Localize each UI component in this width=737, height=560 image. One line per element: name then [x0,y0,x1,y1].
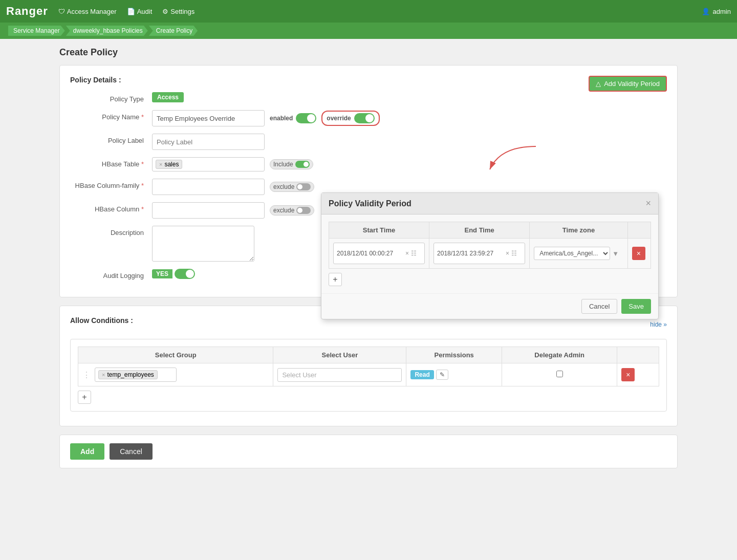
hbase-column-family-input[interactable] [152,179,265,195]
clear-start-icon[interactable]: × [405,250,409,257]
select-user-input[interactable]: Select User [277,368,402,382]
tag-remove-sales[interactable]: × [159,161,162,167]
validity-table: Start Time End Time Time zone [329,222,651,269]
timezone-field: America/Los_Angel... UTC America/New_Yor… [534,247,623,260]
timezone-select[interactable]: America/Los_Angel... UTC America/New_Yor… [534,247,610,260]
clear-end-icon[interactable]: × [506,250,509,257]
hide-link[interactable]: hide » [650,321,667,328]
navbar: Ranger 🛡 Access Manager 📄 Audit ⚙ Settin… [0,0,737,23]
hbase-table-label: HBase Table * [70,157,152,168]
permissions-cell: Read ✎ [406,363,502,386]
policy-label-input[interactable] [152,134,265,150]
hbase-column-family-label: HBase Column-family * [70,179,152,189]
end-time-field: × ☷ [433,243,525,264]
delegate-admin-cell [502,363,617,386]
modal-body: Start Time End Time Time zone [321,214,658,293]
calendar-end-icon[interactable]: ☷ [511,250,517,257]
cancel-policy-button[interactable]: Cancel [110,443,153,460]
plus-circle-icon: △ [596,80,601,88]
hbase-table-control: × sales Include [152,157,667,171]
add-validity-period-button[interactable]: △ Add Validity Period [589,76,667,92]
edit-permissions-button[interactable]: ✎ [436,370,448,380]
policy-name-input[interactable] [152,110,265,126]
allow-conditions-title: Allow Conditions : [70,316,133,325]
permissions-wrap: Read ✎ [410,370,497,380]
delete-condition-button[interactable]: × [621,368,635,381]
override-toggle-wrap: override [321,111,379,126]
arrow-annotation [485,141,546,172]
enabled-toggle-wrap: enabled [270,113,316,123]
required-star2: * [141,160,144,168]
breadcrumb-service-manager[interactable]: Service Manager [8,26,65,36]
breadcrumb-policies[interactable]: dwweekly_hbase Policies [66,26,148,36]
modal-header: Policy Validity Period × [321,193,658,214]
required-star4: * [141,205,144,213]
read-permission-badge: Read [410,370,433,379]
gear-icon: ⚙ [162,8,168,15]
policy-name-label: Policy Name * [70,110,152,121]
validity-period-area: △ Add Validity Period [589,76,667,92]
include-toggle[interactable]: Include [270,159,313,169]
policy-type-control: Access [152,92,667,102]
delete-validity-row-button[interactable]: × [632,247,645,260]
policy-label-control [152,134,667,150]
exclude-toggle-2[interactable]: exclude [270,205,314,216]
action-header [627,222,651,239]
file-icon: 📄 [127,8,135,15]
navbar-access-manager[interactable]: 🛡 Access Manager [58,8,117,15]
policy-type-row: Policy Type Access [70,92,667,103]
select-group-tag-input[interactable]: × temp_employees [95,368,177,382]
tag-remove-group[interactable]: × [102,372,105,378]
exclude-toggle-switch-2[interactable] [296,207,311,214]
add-validity-row-button[interactable]: + [329,273,342,286]
page-content: Create Policy Policy Details : △ Add Val… [51,39,686,477]
navbar-audit[interactable]: 📄 Audit [127,8,153,15]
end-time-input[interactable] [437,245,504,262]
validity-row: × ☷ × ☷ [329,239,651,269]
audit-logging-label: Audit Logging [70,269,152,279]
select-user-header: Select User [273,347,406,363]
navbar-brand[interactable]: Ranger [6,5,48,18]
add-condition-button[interactable]: + [78,391,91,404]
shield-icon: 🛡 [58,8,65,15]
hbase-column-label: HBase Column * [70,202,152,213]
drag-handle-icon[interactable]: ⋮ [82,370,91,380]
timezone-cell: America/Los_Angel... UTC America/New_Yor… [530,239,628,269]
modal-footer: Cancel Save [321,293,658,319]
audit-toggle-wrap: YES [152,269,195,279]
end-time-cell: × ☷ [429,239,530,269]
policy-name-control: enabled override [152,110,667,126]
group-tag-temp-employees: × temp_employees [98,370,158,379]
add-policy-button[interactable]: Add [70,443,104,460]
hbase-column-input[interactable] [152,202,265,219]
hbase-table-tag-input[interactable]: × sales [152,157,265,171]
modal-close-button[interactable]: × [645,198,651,209]
delete-row-cell: × [627,239,651,269]
select-group-cell: ⋮ × temp_employees [78,363,273,386]
audit-toggle[interactable] [175,269,195,279]
modal-save-button[interactable]: Save [621,299,651,314]
start-time-input[interactable] [337,245,403,262]
calendar-start-icon[interactable]: ☷ [411,250,417,257]
breadcrumb-create-policy[interactable]: Create Policy [149,26,198,36]
timezone-header: Time zone [530,222,628,239]
enabled-toggle[interactable] [296,113,316,123]
exclude-toggle-1[interactable]: exclude [270,182,314,192]
validity-period-modal: Policy Validity Period × Start Time End … [321,192,659,319]
start-time-cell: × ☷ [329,239,429,269]
include-toggle-switch[interactable] [295,161,310,168]
description-textarea[interactable] [152,226,254,262]
modal-title: Policy Validity Period [329,199,411,208]
user-icon: 👤 [702,8,710,15]
select-group-header: Select Group [78,347,273,363]
modal-cancel-button[interactable]: Cancel [581,299,617,314]
chevron-down-icon: ▼ [612,250,619,257]
bottom-card: Add Cancel [59,435,678,468]
navbar-left: Ranger 🛡 Access Manager 📄 Audit ⚙ Settin… [6,5,194,18]
navbar-settings[interactable]: ⚙ Settings [162,8,194,15]
action-col-header [617,347,659,363]
start-time-header: Start Time [329,222,429,239]
delegate-admin-checkbox[interactable] [556,371,563,377]
exclude-toggle-switch-1[interactable] [296,183,311,190]
override-toggle[interactable] [354,113,375,123]
